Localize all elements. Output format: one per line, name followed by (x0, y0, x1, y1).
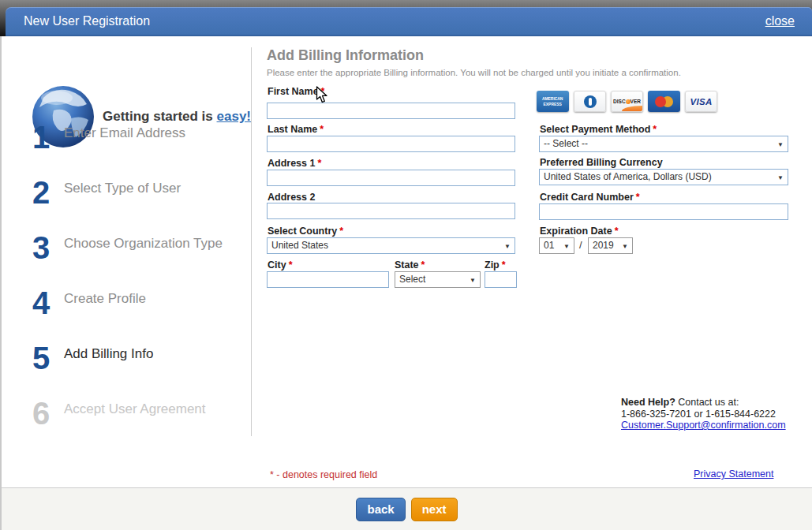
step-number: 5 (30, 342, 52, 375)
accepted-cards-row: AMERICAN EXPRESS DISCVER VISA (537, 91, 717, 112)
page-subtitle: Please enter the appropriate Billing inf… (267, 68, 681, 77)
step-label: Accept User Agreement (64, 397, 206, 430)
step-number: 4 (30, 286, 52, 319)
country-select-value: United States (271, 240, 328, 251)
help-phones: 1-866-325-7201 or 1-615-844-6222 (621, 409, 786, 420)
expiration-year-value: 2019 (593, 240, 614, 251)
payment-method-label: Select Payment Method* (540, 124, 657, 135)
step-number: 3 (30, 231, 52, 264)
dialog-body: Getting started is easy! 1 Enter Email A… (0, 36, 812, 530)
expiration-year-select[interactable]: 2019 ▼ (588, 237, 633, 254)
step-item-3: 3 Choose Organization Type (30, 231, 247, 264)
step-number: 6 (30, 397, 52, 430)
state-label: State* (395, 259, 425, 271)
discover-swoosh (622, 106, 642, 111)
footer-bar: back next (2, 487, 812, 530)
address2-label: Address 2 (268, 192, 315, 203)
expiration-month-select[interactable]: 01 ▼ (539, 237, 574, 254)
visa-icon: VISA (685, 91, 717, 112)
dialog-title: New User Registration (24, 14, 150, 28)
mastercard-red-circle (655, 96, 666, 107)
need-help-text: Need Help? (621, 397, 675, 408)
state-select-value: Select (399, 274, 425, 285)
state-select[interactable]: Select ▼ (395, 271, 481, 288)
required-asterisk: * (317, 158, 321, 169)
currency-label: Preferred Billing Currency (540, 157, 663, 168)
chevron-down-icon: ▼ (777, 170, 784, 185)
currency-select[interactable]: United States of America, Dollars (USD) … (539, 169, 788, 185)
next-button[interactable]: next (411, 498, 458, 521)
help-line-1: Need Help? Contact us at: (621, 397, 786, 409)
step-item-5-current: 5 Add Billing Info (30, 342, 247, 375)
step-label: Select Type of User (64, 176, 181, 209)
address1-input[interactable] (267, 170, 515, 186)
step-item-4: 4 Create Profile (30, 286, 247, 319)
payment-method-value: -- Select -- (544, 138, 588, 149)
last-name-label: Last Name* (268, 124, 324, 135)
card-number-input[interactable] (539, 203, 788, 220)
expiration-label: Expiration Date* (540, 226, 619, 237)
zip-input[interactable] (485, 271, 517, 288)
diners-circle (584, 95, 597, 108)
step-label: Choose Organization Type (64, 231, 223, 264)
discover-icon: DISCVER (611, 91, 643, 112)
address1-label: Address 1* (268, 158, 321, 169)
first-name-label: First Name* (268, 86, 324, 97)
discover-text: DISC (613, 99, 626, 104)
amex-icon: AMERICAN EXPRESS (537, 91, 569, 112)
chevron-down-icon: ▼ (504, 239, 511, 254)
expiration-month-value: 01 (544, 240, 554, 251)
card-number-label: Credit Card Number* (540, 192, 640, 203)
back-button[interactable]: back (356, 498, 405, 521)
step-item-6: 6 Accept User Agreement (30, 397, 247, 430)
city-label: City* (268, 259, 293, 271)
step-number: 2 (30, 176, 52, 209)
required-asterisk: * (339, 226, 343, 237)
support-email-link[interactable]: Customer.Support@confirmation.com (621, 420, 786, 431)
address2-input[interactable] (267, 203, 515, 219)
payment-method-select[interactable]: -- Select -- ▼ (539, 136, 788, 152)
required-asterisk: * (289, 259, 293, 271)
required-field-note: * - denotes required field (270, 469, 377, 480)
visa-text: VISA (690, 97, 712, 106)
city-input[interactable] (267, 271, 389, 288)
page-title: Add Billing Information (267, 47, 424, 64)
dialog-titlebar: New User Registration close (6, 7, 812, 36)
first-name-input[interactable] (267, 103, 515, 119)
country-select[interactable]: United States ▼ (267, 237, 515, 254)
diners-club-icon (574, 91, 606, 112)
last-name-input[interactable] (267, 136, 515, 152)
step-item-1: 1 Enter Email Address (30, 121, 247, 154)
currency-select-value: United States of America, Dollars (USD) (544, 171, 712, 182)
required-asterisk: * (421, 259, 425, 271)
step-label: Enter Email Address (64, 121, 185, 154)
required-asterisk: * (636, 192, 640, 203)
contact-text: Contact us at: (675, 397, 739, 408)
privacy-statement-link[interactable]: Privacy Statement (694, 468, 773, 480)
amex-text: AMERICAN (542, 96, 563, 101)
help-block: Need Help? Contact us at: 1-866-325-7201… (621, 397, 786, 431)
step-label: Add Billing Info (64, 342, 153, 375)
required-asterisk: * (615, 226, 619, 237)
required-asterisk: * (502, 259, 506, 271)
required-asterisk: * (653, 124, 657, 135)
discover-text: VER (631, 99, 641, 104)
chevron-down-icon: ▼ (470, 273, 476, 288)
required-asterisk: * (320, 124, 324, 135)
expiration-separator: / (579, 239, 582, 251)
required-asterisk: * (321, 86, 325, 97)
sidebar-divider (251, 47, 252, 436)
country-label: Select Country* (268, 226, 343, 237)
chevron-down-icon: ▼ (622, 239, 628, 254)
mastercard-icon (648, 91, 680, 112)
step-number: 1 (30, 121, 52, 154)
chevron-down-icon: ▼ (777, 137, 784, 152)
amex-text: EXPRESS (544, 102, 562, 106)
chevron-down-icon: ▼ (563, 239, 570, 254)
zip-label: Zip* (485, 259, 506, 271)
step-label: Create Profile (64, 286, 146, 319)
close-link[interactable]: close (765, 14, 795, 28)
step-item-2: 2 Select Type of User (30, 176, 247, 209)
